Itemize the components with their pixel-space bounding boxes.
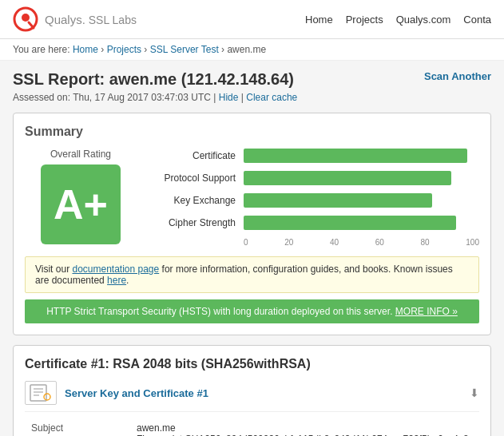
documentation-link[interactable]: documentation page <box>72 264 159 275</box>
logo: Qualys. SSL Labs <box>13 6 137 32</box>
chart-label-cipher: Cipher Strength <box>156 217 244 228</box>
here-link[interactable]: here <box>107 275 126 286</box>
chart-row-cipher: Cipher Strength <box>156 216 479 230</box>
chart-bar-proto-wrap <box>244 171 479 185</box>
nav-projects[interactable]: Projects <box>346 14 383 26</box>
top-nav: Qualys. SSL Labs Home Projects Qualys.co… <box>0 0 504 39</box>
rating-section: Overall Rating A+ <box>25 149 137 244</box>
breadcrumb-projects[interactable]: Projects <box>107 44 141 55</box>
summary-card: Summary Overall Rating A+ Certificate Pr… <box>13 113 491 335</box>
breadcrumb-current: awen.me <box>227 44 266 55</box>
hsts-more-info-link[interactable]: MORE INFO » <box>395 306 458 317</box>
chart-section: Certificate Protocol Support Key Exchang… <box>156 149 479 247</box>
chart-label-key: Key Exchange <box>156 195 244 206</box>
hsts-notice[interactable]: HTTP Strict Transport Security (HSTS) wi… <box>25 299 479 323</box>
summary-title: Summary <box>25 125 479 139</box>
hide-link[interactable]: Hide <box>219 92 239 103</box>
assessed-on: Assessed on: Thu, 17 Aug 2017 03:47:03 U… <box>13 92 491 103</box>
rating-box: A+ <box>41 164 121 244</box>
chart-bar-key-wrap <box>244 193 479 208</box>
summary-content: Overall Rating A+ Certificate Protocol S… <box>25 149 479 247</box>
cert-header: Server Key and Certificate #1 ⬇ <box>25 381 479 412</box>
page-title: SSL Report: awen.me (121.42.148.64) <box>13 70 294 89</box>
page-header: SSL Report: awen.me (121.42.148.64) Scan… <box>13 70 491 89</box>
cert-field-label: Subject <box>26 420 130 436</box>
chart-label-proto: Protocol Support <box>156 172 244 184</box>
certificate-card: Certificate #1: RSA 2048 bits (SHA256wit… <box>13 345 491 436</box>
chart-axis: 0 20 40 60 80 100 <box>156 238 479 247</box>
qualys-logo-icon <box>13 6 38 32</box>
scan-another-link[interactable]: Scan Another <box>424 70 491 82</box>
axis-numbers: 0 20 40 60 80 100 <box>244 238 479 247</box>
rating-label: Overall Rating <box>50 149 111 160</box>
chart-bar-cert-wrap <box>244 149 479 163</box>
chart-row-proto: Protocol Support <box>156 171 479 185</box>
nav-qualys[interactable]: Qualys.com <box>396 14 451 26</box>
chart-bar-cipher <box>244 216 456 230</box>
chart-bar-cipher-wrap <box>244 216 479 230</box>
notice-documentation: Visit our documentation page for more in… <box>25 256 479 293</box>
chart-row-cert: Certificate <box>156 149 479 163</box>
nav-home[interactable]: Home <box>305 14 333 26</box>
breadcrumb-ssl-server-test[interactable]: SSL Server Test <box>150 44 219 55</box>
table-row: Subject awen.me Fingerprint SHA256: 894d… <box>26 420 478 436</box>
cert-title: Certificate #1: RSA 2048 bits (SHA256wit… <box>25 357 479 371</box>
chart-bar-proto <box>244 171 451 185</box>
nav-links: Home Projects Qualys.com Conta <box>305 14 491 26</box>
certificate-doc-icon <box>30 384 52 402</box>
breadcrumb: You are here: Home › Projects › SSL Serv… <box>0 39 504 61</box>
cert-field-value: awen.me Fingerprint SHA256: 894d599036eb… <box>132 420 478 436</box>
svg-point-1 <box>22 14 30 22</box>
chart-label-cert: Certificate <box>156 150 244 161</box>
cert-download-icon[interactable]: ⬇ <box>470 386 479 399</box>
breadcrumb-home[interactable]: Home <box>73 44 98 55</box>
cert-table: Subject awen.me Fingerprint SHA256: 894d… <box>25 418 479 436</box>
svg-line-2 <box>29 22 34 28</box>
svg-point-7 <box>44 394 50 400</box>
cert-header-left: Server Key and Certificate #1 <box>25 381 208 405</box>
chart-row-key: Key Exchange <box>156 193 479 208</box>
breadcrumb-prefix: You are here: <box>13 44 73 55</box>
cert-icon <box>25 381 57 405</box>
clear-cache-link[interactable]: Clear cache <box>246 92 297 103</box>
brand-name: Qualys. SSL Labs <box>45 13 137 26</box>
chart-bar-cert <box>244 149 467 163</box>
main-content: SSL Report: awen.me (121.42.148.64) Scan… <box>0 61 504 436</box>
cert-header-link[interactable]: Server Key and Certificate #1 <box>65 387 208 399</box>
nav-contact[interactable]: Conta <box>463 14 491 26</box>
chart-bar-key <box>244 193 432 208</box>
